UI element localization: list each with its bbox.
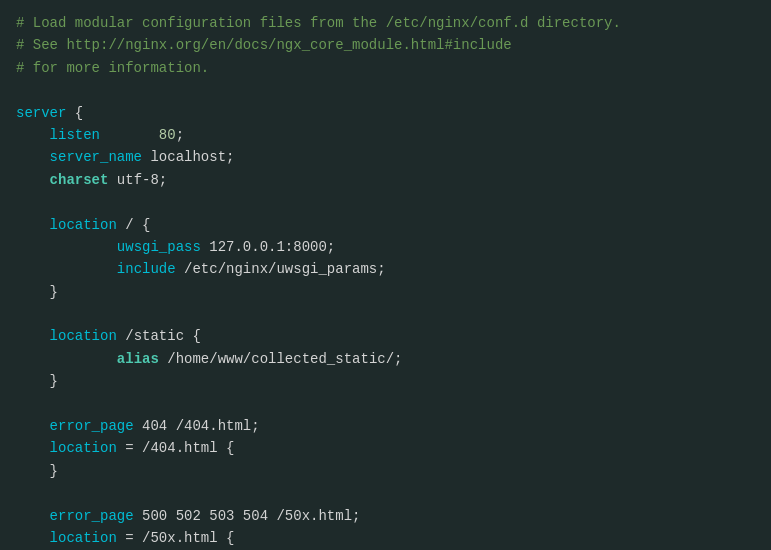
- plain-text: [100, 124, 159, 146]
- plain-text: [16, 437, 50, 459]
- plain-text: 404 /404.html;: [134, 415, 260, 437]
- keyword-charset: charset: [50, 169, 109, 191]
- plain-text: 127.0.0.1:8000;: [201, 236, 335, 258]
- keyword-alias: alias: [117, 348, 159, 370]
- code-line-17: }: [16, 370, 755, 392]
- plain-text: [16, 214, 50, 236]
- plain-text: [16, 236, 117, 258]
- code-line-19: error_page 404 /404.html;: [16, 415, 755, 437]
- keyword-error-page-500: error_page: [50, 505, 134, 527]
- code-line-4: [16, 79, 755, 101]
- plain-text: }: [16, 370, 58, 392]
- plain-text: localhost;: [142, 146, 234, 168]
- code-line-5: server {: [16, 102, 755, 124]
- code-line-11: uwsgi_pass 127.0.0.1:8000;: [16, 236, 755, 258]
- keyword-server: server: [16, 102, 66, 124]
- keyword-error-page-404: error_page: [50, 415, 134, 437]
- plain-text: [16, 169, 50, 191]
- keyword-location: location: [50, 214, 117, 236]
- code-line-13: }: [16, 281, 755, 303]
- code-line-6: listen 80;: [16, 124, 755, 146]
- plain-text: [16, 146, 50, 168]
- keyword-uwsgi-pass: uwsgi_pass: [117, 236, 201, 258]
- plain-text: }: [16, 460, 58, 482]
- keyword-location-50x: location: [50, 527, 117, 549]
- plain-text: = /404.html {: [117, 437, 235, 459]
- plain-text: {: [66, 102, 83, 124]
- plain-text: = /50x.html {: [117, 527, 235, 549]
- plain-text: [16, 505, 50, 527]
- code-line-18: [16, 393, 755, 415]
- code-line-23: error_page 500 502 503 504 /50x.html;: [16, 505, 755, 527]
- code-line-20: location = /404.html {: [16, 437, 755, 459]
- plain-text: 500 502 503 504 /50x.html;: [134, 505, 361, 527]
- comment-text: # Load modular configuration files from …: [16, 12, 621, 34]
- code-line-21: }: [16, 460, 755, 482]
- code-line-12: include /etc/nginx/uwsgi_params;: [16, 258, 755, 280]
- comment-text: # See http://nginx.org/en/docs/ngx_core_…: [16, 34, 512, 56]
- plain-text: /etc/nginx/uwsgi_params;: [176, 258, 386, 280]
- keyword-server-name: server_name: [50, 146, 142, 168]
- plain-text: ;: [176, 124, 184, 146]
- code-line-14: [16, 303, 755, 325]
- comment-text: # for more information.: [16, 57, 209, 79]
- code-editor: # Load modular configuration files from …: [0, 0, 771, 550]
- plain-text: / {: [117, 214, 151, 236]
- code-line-7: server_name localhost;: [16, 146, 755, 168]
- code-line-22: [16, 482, 755, 504]
- code-line-1: # Load modular configuration files from …: [16, 12, 755, 34]
- code-line-15: location /static {: [16, 325, 755, 347]
- code-line-8: charset utf-8;: [16, 169, 755, 191]
- keyword-location-404: location: [50, 437, 117, 459]
- plain-text: /static {: [117, 325, 201, 347]
- code-line-16: alias /home/www/collected_static/;: [16, 348, 755, 370]
- code-line-9: [16, 191, 755, 213]
- plain-text: [16, 527, 50, 549]
- code-line-24: location = /50x.html {: [16, 527, 755, 549]
- plain-text: }: [16, 281, 58, 303]
- keyword-include: include: [117, 258, 176, 280]
- number-text: 80: [159, 124, 176, 146]
- plain-text: /home/www/collected_static/;: [159, 348, 403, 370]
- plain-text: [16, 415, 50, 437]
- code-line-2: # See http://nginx.org/en/docs/ngx_core_…: [16, 34, 755, 56]
- plain-text: [16, 348, 117, 370]
- code-line-3: # for more information.: [16, 57, 755, 79]
- keyword-listen: listen: [50, 124, 100, 146]
- plain-text: [16, 258, 117, 280]
- plain-text: [16, 325, 50, 347]
- code-line-10: location / {: [16, 214, 755, 236]
- plain-text: [16, 124, 50, 146]
- keyword-location-static: location: [50, 325, 117, 347]
- plain-text: utf-8;: [108, 169, 167, 191]
